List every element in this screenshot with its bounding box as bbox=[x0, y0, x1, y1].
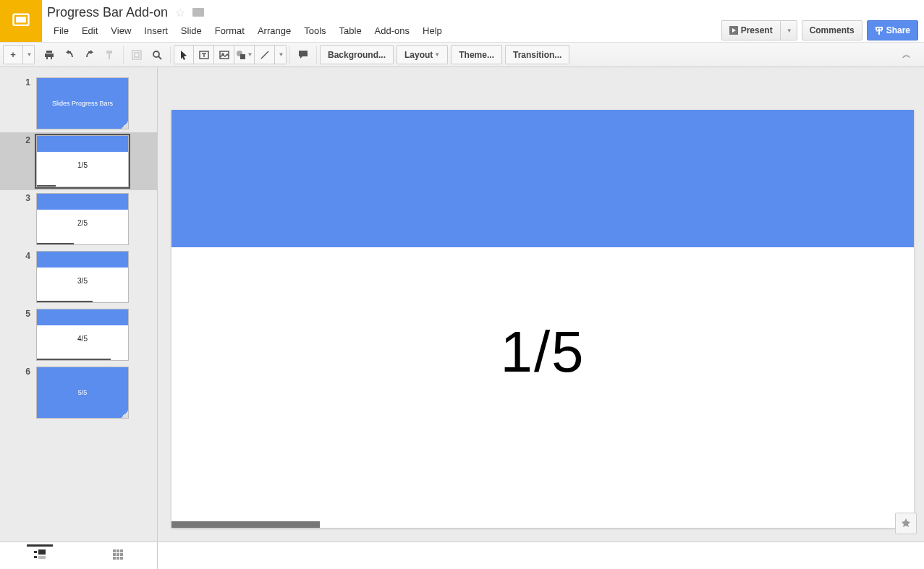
collapse-toolbar-icon[interactable]: ︽ bbox=[892, 48, 921, 61]
slide-thumbnail[interactable]: 54/5 bbox=[0, 306, 157, 364]
textbox-tool[interactable] bbox=[194, 45, 214, 64]
zoom-fit-button[interactable] bbox=[127, 45, 147, 64]
svg-rect-14 bbox=[113, 549, 116, 552]
redo-button[interactable] bbox=[80, 45, 100, 64]
svg-rect-13 bbox=[38, 556, 46, 559]
slide-thumbnail[interactable]: 1Slides Progress Bars bbox=[0, 74, 157, 132]
menu-insert[interactable]: Insert bbox=[138, 22, 174, 39]
comment-tool[interactable] bbox=[293, 45, 313, 64]
new-slide-dropdown[interactable]: ▼ bbox=[23, 45, 35, 64]
slide-progress-bar bbox=[171, 521, 320, 528]
svg-rect-3 bbox=[132, 51, 141, 59]
slides-logo[interactable] bbox=[0, 0, 42, 42]
grid-view-button[interactable] bbox=[98, 545, 137, 567]
svg-rect-10 bbox=[34, 551, 37, 553]
select-tool[interactable] bbox=[174, 45, 194, 64]
svg-rect-20 bbox=[113, 557, 116, 560]
menu-format[interactable]: Format bbox=[209, 22, 250, 39]
menu-add-ons[interactable]: Add-ons bbox=[369, 22, 415, 39]
explore-button[interactable] bbox=[895, 513, 917, 534]
thumb-preview: 5/5 bbox=[36, 367, 129, 419]
menu-slide[interactable]: Slide bbox=[175, 22, 208, 39]
layout-button[interactable]: Layout▼ bbox=[397, 45, 448, 64]
present-label: Present bbox=[741, 25, 773, 35]
footer bbox=[0, 542, 924, 569]
undo-button[interactable] bbox=[59, 45, 80, 64]
menu-arrange[interactable]: Arrange bbox=[252, 22, 297, 39]
theme-button[interactable]: Theme... bbox=[451, 45, 502, 64]
line-dropdown[interactable]: ▼ bbox=[275, 45, 287, 64]
thumb-preview: 3/5 bbox=[36, 251, 129, 303]
slide-thumbnail[interactable]: 32/5 bbox=[0, 190, 157, 248]
print-button[interactable] bbox=[39, 45, 59, 64]
menu-file[interactable]: File bbox=[48, 22, 75, 39]
filmstrip-view-button[interactable] bbox=[20, 545, 60, 567]
svg-point-4 bbox=[153, 51, 159, 57]
svg-rect-1 bbox=[16, 17, 26, 22]
svg-rect-21 bbox=[116, 557, 119, 560]
svg-rect-12 bbox=[34, 556, 37, 558]
menu-help[interactable]: Help bbox=[417, 22, 448, 39]
svg-rect-11 bbox=[38, 549, 46, 555]
thumb-number: 5 bbox=[0, 309, 36, 319]
thumb-number: 3 bbox=[0, 193, 36, 203]
svg-rect-15 bbox=[116, 549, 119, 552]
thumb-preview: 1/5 bbox=[36, 135, 129, 187]
slide-thumbnail[interactable]: 21/5 bbox=[0, 132, 157, 190]
new-slide-button[interactable]: + bbox=[3, 45, 23, 64]
background-button[interactable]: Background... bbox=[320, 45, 394, 64]
slide-thumbnail[interactable]: 43/5 bbox=[0, 248, 157, 306]
svg-rect-17 bbox=[113, 553, 116, 556]
image-tool[interactable] bbox=[214, 45, 234, 64]
slide-blue-band bbox=[171, 110, 914, 247]
menu-edit[interactable]: Edit bbox=[76, 22, 103, 39]
menu-tools[interactable]: Tools bbox=[298, 22, 331, 39]
folder-icon[interactable] bbox=[192, 8, 204, 17]
share-button[interactable]: Share bbox=[867, 20, 918, 40]
svg-rect-22 bbox=[120, 557, 123, 560]
thumb-number: 6 bbox=[0, 367, 36, 377]
zoom-button[interactable] bbox=[147, 45, 167, 64]
thumb-number: 4 bbox=[0, 251, 36, 261]
current-slide[interactable]: 1/5 bbox=[171, 110, 914, 528]
svg-rect-18 bbox=[116, 553, 119, 556]
thumb-number: 1 bbox=[0, 77, 36, 87]
star-icon[interactable]: ☆ bbox=[175, 6, 185, 20]
layout-label: Layout bbox=[404, 50, 433, 60]
svg-rect-16 bbox=[120, 549, 123, 552]
canvas-area: 1/5 bbox=[158, 67, 924, 542]
shape-tool[interactable]: ▼ bbox=[234, 45, 255, 64]
svg-rect-19 bbox=[120, 553, 123, 556]
comments-button[interactable]: Comments bbox=[802, 20, 862, 40]
slide-panel: 1Slides Progress Bars21/532/543/554/565/… bbox=[0, 67, 158, 542]
line-tool[interactable] bbox=[255, 45, 275, 64]
menu-view[interactable]: View bbox=[105, 22, 137, 39]
transition-button[interactable]: Transition... bbox=[505, 45, 569, 64]
slide-thumbnail[interactable]: 65/5 bbox=[0, 364, 157, 422]
toolbar: + ▼ ▼ ▼ Background... Layout▼ Theme... T… bbox=[0, 42, 924, 67]
menu-table[interactable]: Table bbox=[334, 22, 368, 39]
thumb-preview: 2/5 bbox=[36, 193, 129, 245]
comments-label: Comments bbox=[810, 25, 855, 35]
share-label: Share bbox=[886, 25, 910, 35]
thumb-number: 2 bbox=[0, 135, 36, 145]
doc-title[interactable]: Progress Bar Add-on bbox=[47, 5, 168, 20]
slide-text: 1/5 bbox=[171, 319, 914, 385]
present-button[interactable]: Present bbox=[721, 20, 780, 40]
present-dropdown[interactable]: ▼ bbox=[780, 20, 797, 40]
thumb-preview: 4/5 bbox=[36, 309, 129, 361]
svg-rect-9 bbox=[240, 54, 245, 59]
thumb-preview: Slides Progress Bars bbox=[36, 77, 129, 129]
paint-format-button[interactable] bbox=[100, 45, 120, 64]
